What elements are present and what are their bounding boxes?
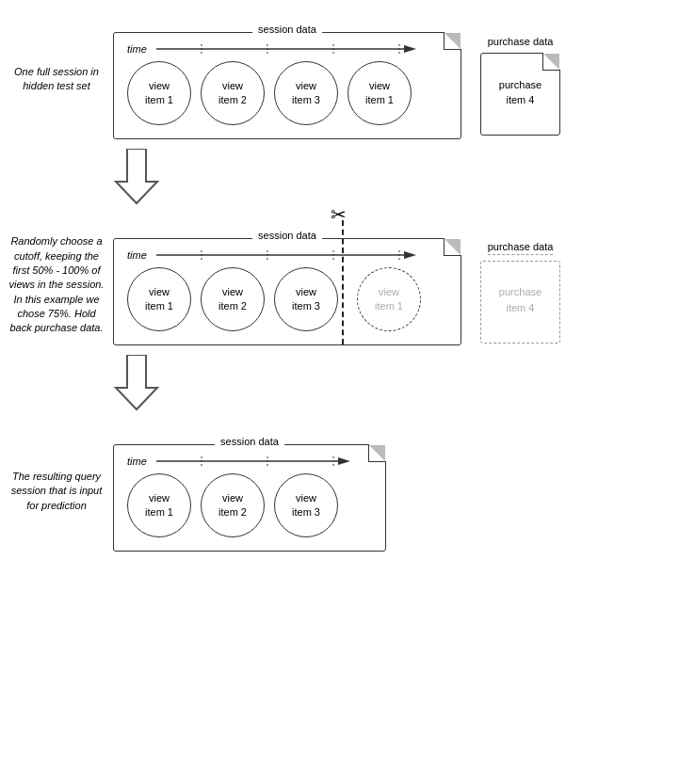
section2-session-title: session data: [252, 230, 322, 241]
section3-circle-3: view item 3: [274, 473, 338, 537]
section2-circle-3: view item 3: [274, 267, 338, 331]
section3-circle-2-line2: item 2: [218, 505, 247, 520]
section2-time-arrow: time: [127, 248, 447, 262]
section1-session-title: session data: [252, 24, 322, 35]
section3-session-title: session data: [215, 436, 284, 447]
section3-time-arrow: time: [127, 455, 372, 468]
section3-label: The resulting query session that is inpu…: [0, 470, 113, 513]
section2-circle-3-line1: view: [296, 285, 316, 299]
section2-circle-4-line1: view: [379, 285, 399, 299]
section2-purchase-area: purchase data purchase item 4: [480, 241, 560, 344]
section2-circle-1: view item 1: [127, 267, 191, 331]
section1-arrow-svg: [154, 42, 428, 56]
section1-circles-row: view item 1 view item 2 view item 3 view…: [127, 61, 447, 125]
section1-purchase-box: purchase item 4: [480, 53, 560, 136]
svg-marker-8: [404, 251, 416, 259]
down-arrow-icon-1: [113, 149, 160, 208]
section3-circle-1: view item 1: [127, 473, 191, 537]
down-arrow-1: [0, 139, 695, 217]
section2-circle-3-line2: item 3: [292, 299, 320, 313]
section1-circle-1-line1: view: [149, 79, 170, 93]
section1-circle-1: view item 1: [127, 61, 191, 125]
scissors-icon: ✂: [331, 203, 347, 226]
svg-marker-13: [116, 355, 157, 409]
section3-arrow-svg: [154, 455, 357, 468]
section2-circle-1-line1: view: [149, 285, 170, 299]
section1-circle-2-line2: item 2: [218, 93, 247, 107]
section1-circle-3-line1: view: [296, 79, 316, 93]
section3-session-box: session data time view item 1: [113, 444, 386, 552]
section1-circle-4-line1: view: [369, 79, 390, 93]
section2: Randomly choose a cutoff, keeping the fi…: [0, 225, 695, 345]
section2-arrow-svg: [154, 248, 428, 262]
svg-marker-6: [116, 149, 157, 203]
section2-circle-2: view item 2: [201, 267, 265, 331]
section2-purchase-title: purchase data: [488, 241, 554, 255]
down-arrow-icon-2: [113, 355, 160, 414]
section1-purchase-area: purchase data purchase item 4: [480, 36, 560, 136]
section1-circle-3: view item 3: [274, 61, 338, 125]
section1-purchase-line1: purchase: [499, 79, 541, 90]
section1-circle-2: view item 2: [201, 61, 265, 125]
main-container: One full session in hidden test set sess…: [0, 0, 695, 561]
section2-purchase-line1: purchase: [499, 286, 541, 297]
section2-label: Randomly choose a cutoff, keeping the fi…: [0, 234, 113, 336]
section1-purchase-line2: item 4: [507, 94, 535, 105]
section2-circle-2-line2: item 2: [218, 299, 247, 313]
section2-circle-2-line1: view: [222, 285, 243, 299]
section3: The resulting query session that is inpu…: [0, 431, 695, 552]
section3-circle-3-line2: item 3: [292, 505, 320, 520]
section2-session-box: session data time view item: [113, 238, 461, 345]
section1-purchase-title: purchase data: [488, 36, 554, 47]
section1-label: One full session in hidden test set: [0, 65, 113, 94]
section1: One full session in hidden test set sess…: [0, 19, 695, 139]
section3-circle-3-line1: view: [296, 491, 316, 505]
section1-session-area: session data time: [113, 19, 461, 139]
section1-circle-3-line2: item 3: [292, 93, 320, 107]
section1-time-label: time: [127, 43, 147, 55]
section3-session-area: session data time view item 1: [113, 431, 386, 552]
section2-time-label: time: [127, 249, 147, 261]
section3-circles-row: view item 1 view item 2 view item 3: [127, 473, 372, 537]
section2-circle-4-line2: item 1: [375, 299, 403, 313]
section1-purchase-item: purchase item 4: [499, 77, 541, 108]
section2-circle-1-line2: item 1: [145, 299, 173, 313]
section2-circle-4: view item 1: [357, 267, 421, 331]
section1-circle-2-line1: view: [222, 79, 243, 93]
section3-circle-2-line1: view: [222, 491, 243, 505]
section1-circle-1-line2: item 1: [145, 93, 173, 107]
section2-session-area: session data time view item: [113, 225, 461, 345]
section2-purchase-line2: item 4: [507, 302, 535, 313]
section2-purchase-box: purchase item 4: [480, 261, 560, 344]
section1-session-box: session data time: [113, 32, 461, 139]
svg-marker-1: [404, 45, 416, 53]
down-arrow-2: [0, 345, 695, 424]
svg-marker-15: [338, 457, 350, 465]
section2-purchase-item: purchase item 4: [499, 284, 541, 315]
section3-circle-2: view item 2: [201, 473, 265, 537]
section3-circle-1-line1: view: [149, 491, 170, 505]
section3-time-label: time: [127, 456, 147, 467]
section3-circle-1-line2: item 1: [145, 505, 173, 520]
section2-circles-row: view item 1 view item 2 view item 3 ✂: [127, 267, 447, 331]
section1-time-arrow: time: [127, 42, 447, 56]
section1-circle-4: view item 1: [348, 61, 412, 125]
section1-circle-4-line2: item 1: [365, 93, 394, 107]
